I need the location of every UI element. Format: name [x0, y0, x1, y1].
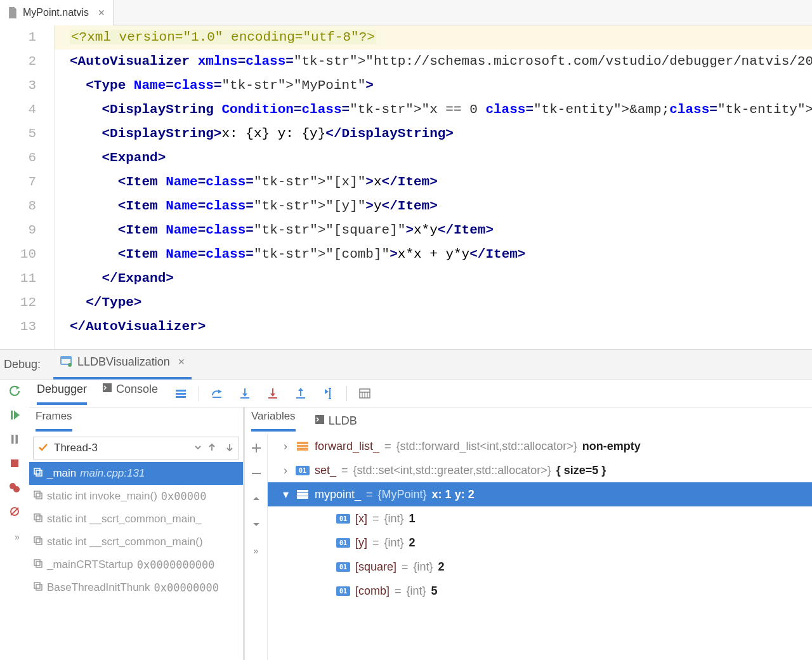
code-line[interactable]: <Expand>	[70, 146, 812, 170]
code-line[interactable]: <Item Name=class="tk-str">"[y]">y</Item>	[70, 194, 812, 218]
editor-tab-filename: MyPoint.natvis	[23, 7, 89, 18]
remove-watch-button[interactable]	[249, 466, 264, 481]
code-line[interactable]: <?xml version="1.0" encoding="utf-8"?>	[55, 25, 812, 50]
chevron-down-icon[interactable]	[194, 444, 202, 453]
run-to-cursor-button[interactable]	[321, 386, 336, 401]
step-over-button[interactable]	[209, 386, 225, 401]
variable-row[interactable]: 01[y] = {int} 2	[268, 531, 812, 555]
frame-address: 0x0000000000	[137, 558, 215, 571]
chevron-right-icon[interactable]: ›	[280, 440, 291, 453]
var-name: set_	[315, 464, 336, 477]
variable-row[interactable]: 01[square] = {int} 2	[268, 555, 812, 579]
more-actions-button[interactable]: »	[254, 542, 259, 560]
step-out-button[interactable]	[293, 386, 308, 401]
svg-rect-39	[36, 562, 42, 567]
close-icon[interactable]: ✕	[178, 357, 185, 367]
code-line[interactable]: <DisplayString Condition=class="tk-str">…	[70, 98, 812, 122]
svg-rect-12	[176, 390, 186, 392]
editor-tab[interactable]: MyPoint.natvis ✕	[0, 0, 114, 25]
tab-debugger[interactable]: Debugger	[37, 380, 87, 399]
svg-rect-51	[297, 496, 308, 499]
thread-nav	[207, 442, 235, 454]
var-value: 2	[409, 536, 416, 550]
arrow-down-icon[interactable]	[225, 442, 235, 454]
svg-rect-47	[297, 445, 308, 447]
code-line[interactable]: <Type Name=class="tk-str">"MyPoint">	[70, 74, 812, 98]
view-breakpoints-button[interactable]	[7, 480, 22, 495]
stack-frame-icon	[33, 558, 43, 572]
code-line[interactable]: </Expand>	[70, 267, 812, 291]
code-line[interactable]: <AutoVisualizer xmlns=class="tk-str">"ht…	[70, 50, 812, 74]
chevron-right-icon[interactable]: ›	[280, 464, 291, 477]
var-type: {MyPoint}	[378, 488, 427, 501]
variable-row[interactable]: 01[comb] = {int} 5	[268, 579, 812, 603]
struct-icon	[296, 440, 310, 452]
frame-name: static int invoke_main()	[47, 490, 157, 503]
frame-item[interactable]: static int invoke_main() 0x00000	[29, 485, 243, 508]
var-type: {int}	[384, 536, 404, 550]
code-editor[interactable]: 1 2 3 4 5 6 7 8 9 10 11 12 13 <?xml vers…	[0, 25, 812, 349]
watch-down-button[interactable]	[249, 517, 264, 532]
code-line[interactable]: <Item Name=class="tk-str">"[square]">x*y…	[70, 218, 812, 242]
force-step-into-button[interactable]	[265, 386, 280, 401]
frame-name: _mainCRTStartup	[47, 558, 133, 571]
frame-item[interactable]: _mainCRTStartup 0x0000000000	[29, 553, 243, 576]
line-number: 11	[0, 267, 36, 291]
add-watch-button[interactable]	[249, 440, 264, 456]
arrow-up-icon[interactable]	[207, 442, 217, 454]
primitive-icon: 01	[296, 466, 310, 475]
svg-rect-14	[176, 396, 186, 398]
frames-tab[interactable]: Frames	[36, 410, 72, 432]
variables-tree[interactable]: ›forward_list_ = {std::forward_list<int,…	[268, 434, 812, 660]
debug-body: » Debugger Console	[0, 380, 812, 660]
frames-list[interactable]: _main main.cpp:131static int invoke_main…	[29, 462, 243, 660]
svg-rect-46	[297, 442, 308, 444]
mute-breakpoints-button[interactable]	[7, 504, 22, 519]
code-line[interactable]: </Type>	[70, 291, 812, 315]
watch-up-button[interactable]	[249, 491, 264, 506]
primitive-icon: 01	[336, 586, 350, 596]
var-value: 5	[431, 584, 438, 598]
thread-selector[interactable]: Thread-3	[33, 437, 239, 459]
run-configuration-tab[interactable]: LLDBVisualization ✕	[53, 349, 192, 380]
code-line[interactable]: <Item Name=class="tk-str">"[comb]">x*x +…	[70, 242, 812, 267]
svg-rect-6	[11, 459, 18, 467]
variable-row[interactable]: ›forward_list_ = {std::forward_list<int,…	[268, 434, 812, 458]
stop-button[interactable]	[7, 456, 22, 471]
code-line[interactable]: <Item Name=class="tk-str">"[x]">x</Item>	[70, 170, 812, 194]
variable-row[interactable]: ▾mypoint_ = {MyPoint} x: 1 y: 2	[268, 482, 812, 506]
frame-item[interactable]: _main main.cpp:131	[29, 462, 243, 485]
resume-button[interactable]	[7, 407, 22, 423]
primitive-icon: 01	[336, 562, 350, 572]
separator	[199, 386, 199, 401]
code-line[interactable]: </AutoVisualizer>	[70, 315, 812, 339]
svg-rect-13	[176, 393, 186, 395]
close-icon[interactable]: ✕	[98, 8, 105, 18]
variables-tab[interactable]: Variables	[251, 410, 296, 432]
evaluate-expression-button[interactable]	[357, 386, 372, 401]
threads-view-icon[interactable]	[173, 386, 188, 401]
frame-item[interactable]: static int __scrt_common_main_	[29, 508, 243, 531]
frame-address: 0x00000000	[154, 581, 219, 594]
stack-frame-icon	[33, 490, 43, 503]
more-actions-button[interactable]: »	[10, 528, 20, 546]
line-number: 5	[0, 122, 36, 146]
lldb-tab[interactable]: LLDB	[315, 412, 357, 430]
rerun-button[interactable]	[7, 383, 22, 399]
svg-rect-38	[34, 560, 40, 565]
variables-panel: Variables LLDB »	[245, 407, 812, 660]
frame-item[interactable]: BaseThreadInitThunk 0x00000000	[29, 576, 243, 599]
frame-item[interactable]: static int __scrt_common_main()	[29, 531, 243, 553]
tab-console[interactable]: Console	[102, 380, 158, 399]
pause-button[interactable]	[7, 432, 22, 447]
svg-rect-31	[36, 470, 42, 476]
svg-rect-36	[34, 537, 40, 543]
variable-row[interactable]: 01[x] = {int} 1	[268, 506, 812, 531]
console-icon	[315, 414, 325, 428]
variable-row[interactable]: ›01set_ = {std::set<int,std::greater,std…	[268, 458, 812, 482]
chevron-down-icon[interactable]: ▾	[280, 487, 291, 501]
var-value: 2	[438, 560, 445, 574]
code-line[interactable]: <DisplayString>x: {x} y: {y}</DisplayStr…	[70, 122, 812, 146]
step-into-button[interactable]	[237, 386, 252, 401]
code-area[interactable]: <?xml version="1.0" encoding="utf-8"?><A…	[54, 25, 812, 349]
